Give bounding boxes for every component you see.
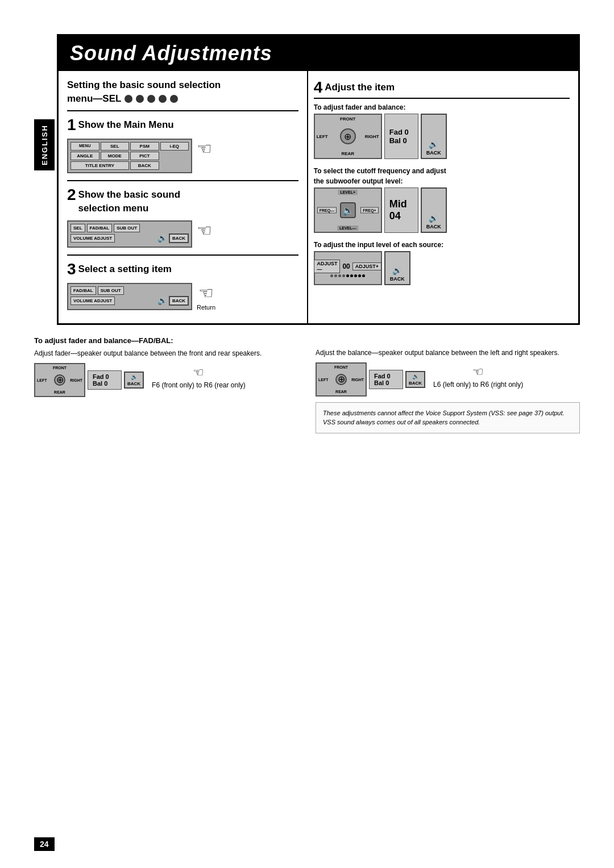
- mid-values: Mid 04: [384, 187, 418, 233]
- note-text: These adjustments cannot affect the Voic…: [323, 408, 572, 427]
- menu-btn-back1: BACK: [130, 161, 159, 170]
- menu-btn-psm: PSM: [130, 142, 159, 151]
- right-column: 4 Adjust the item To adjust fader and ba…: [308, 71, 578, 323]
- step2-label2: selection menu: [78, 203, 180, 214]
- dot-indicator-9: [362, 274, 365, 277]
- hand-icon-lower-right: ☜: [472, 365, 484, 379]
- sel-btn-sel: SEL: [70, 224, 85, 232]
- dot-indicator-4: [342, 274, 345, 277]
- demo-front: FRONT: [53, 366, 67, 370]
- step3-sub-out: SUB OUT: [98, 286, 124, 295]
- step2-number: 2: [67, 187, 76, 203]
- input-heading: To adjust the input level of each source…: [314, 241, 570, 249]
- step3-fad-bal: FAD/BAL: [70, 286, 96, 295]
- demo-right: RIGHT: [70, 378, 82, 382]
- demo-left: LEFT: [37, 378, 47, 382]
- hand-icon-step2: ☜: [197, 220, 212, 240]
- fad-value: Fad 0: [389, 128, 413, 136]
- spk-right-label: RIGHT: [365, 134, 379, 139]
- dot-indicator-6: [350, 274, 353, 277]
- fader-demo-diagram: FRONT REAR LEFT RIGHT ⊕: [34, 363, 85, 397]
- sel-btn-volume: VOLUME ADJUST: [70, 234, 115, 243]
- step1-heading: 1 Show the Main Menu: [67, 117, 298, 133]
- level-minus-label: LEVEL—: [337, 226, 359, 231]
- title-bar: Sound Adjustments: [59, 36, 578, 71]
- spk-rear-label: REAR: [341, 151, 354, 156]
- dot3: [147, 95, 155, 103]
- fader-section: To adjust fader and balance: FRONT REAR …: [314, 103, 570, 159]
- step2-heading: 2 Show the basic sound selection menu: [67, 187, 298, 215]
- demo-rear: REAR: [54, 390, 65, 394]
- hand-icon-step1: ☜: [197, 139, 212, 158]
- sub-back-btn[interactable]: 🔊 BACK: [421, 187, 447, 233]
- dot1: [125, 95, 132, 103]
- balance-demo-values: Fad 0 Bal 0: [369, 370, 403, 389]
- bal-value: Bal 0: [389, 136, 413, 145]
- language-label: ENGLISH: [34, 119, 55, 170]
- dot-indicator-8: [358, 274, 361, 277]
- left-column: Setting the basic sound selection menu—S…: [59, 71, 308, 323]
- menu-btn-sel: SEL: [101, 142, 130, 151]
- bdemo-right: RIGHT: [351, 377, 364, 381]
- step3-back: BACK: [169, 296, 189, 306]
- step1-label: Show the Main Menu: [78, 119, 174, 131]
- menu-btn-pict: PICT: [130, 152, 159, 160]
- step2-label1: Show the basic sound: [78, 189, 180, 201]
- input-back-btn[interactable]: 🔊 BACK: [384, 251, 410, 285]
- fader-demo-left: FRONT REAR LEFT RIGHT ⊕ Fad 0 Bal 0 🔊 BA…: [34, 363, 298, 397]
- fader-back-btn[interactable]: 🔊 BACK: [421, 114, 447, 159]
- menu-btn-ieq: i-EQ: [160, 142, 189, 151]
- selection-screen-step3: FAD/BAL SUB OUT VOLUME ADJUST 🔊 BACK: [67, 283, 192, 310]
- adj-minus-btn[interactable]: ADJUST—: [314, 260, 340, 273]
- sub-diagram: LEVEL+ LEVEL— FREQ— 🔈 FREQ+: [314, 187, 382, 233]
- sel-btn-fad-bal: FAD/BAL: [87, 224, 113, 232]
- adj-plus-btn[interactable]: ADJUST+: [352, 262, 381, 270]
- sel-btn-back2: BACK: [169, 233, 189, 243]
- subwoofer-section: To select the cutoff frequency and adjus…: [314, 167, 570, 233]
- fader-demo-right: FRONT REAR LEFT RIGHT ⊕ Fad 0 Bal 0 🔊 BA…: [316, 362, 580, 397]
- bdemo-back[interactable]: 🔊 BACK: [405, 371, 425, 388]
- note-box: These adjustments cannot affect the Voic…: [316, 402, 580, 433]
- section-heading: Setting the basic sound selection: [67, 80, 298, 91]
- demo-fad-val: Fad 0: [93, 373, 117, 380]
- menu-btn-menu: MENU: [70, 142, 99, 151]
- hand-icon-step3: ☜: [198, 283, 214, 303]
- balance-text: Adjust the balance—speaker output balanc…: [316, 348, 580, 358]
- bdemo-fad-val: Fad 0: [374, 373, 398, 379]
- step4-label: Adjust the item: [325, 82, 395, 93]
- selection-screen-step2: SEL FAD/BAL SUB OUT VOLUME ADJUST 🔊 BACK: [67, 220, 192, 248]
- sub-heading2: the subwoofer output level:: [314, 177, 570, 185]
- lower-left: To adjust fader and balance—FAD/BAL: Adj…: [34, 336, 304, 433]
- fad-bal-text: Adjust fader—speaker output balance betw…: [34, 348, 298, 358]
- dot-indicator-1: [330, 274, 333, 277]
- dot5: [170, 95, 178, 103]
- spk-left-label: LEFT: [317, 134, 328, 139]
- bdemo-front: FRONT: [334, 365, 348, 369]
- fad-bal-bold-label: To adjust fader and balance—FAD/BAL:: [34, 336, 298, 345]
- mid-val: 04: [389, 210, 413, 222]
- demo-center: ⊕: [54, 374, 65, 386]
- menu-btn-mode: MODE: [101, 152, 130, 160]
- adj-val: 00: [342, 262, 350, 270]
- freq-plus-btn[interactable]: FREQ+: [360, 207, 379, 214]
- step3-number: 3: [67, 261, 76, 277]
- l6-label: L6 (left only) to R6 (right only): [433, 379, 523, 390]
- page-number: 24: [34, 837, 55, 851]
- step1-number: 1: [67, 117, 76, 133]
- dot-indicator-5: [346, 274, 349, 277]
- page-title: Sound Adjustments: [70, 41, 272, 65]
- step4-heading: 4 Adjust the item: [314, 80, 570, 95]
- step3-heading: 3 Select a setting item: [67, 261, 298, 277]
- bdemo-bal-val: Bal 0: [374, 379, 398, 386]
- lower-section: To adjust fader and balance—FAD/BAL: Adj…: [34, 336, 580, 433]
- menu-sel-label: menu—SEL: [67, 93, 298, 105]
- dot2: [136, 95, 144, 103]
- step3-volume: VOLUME ADJUST: [70, 297, 115, 305]
- demo-back[interactable]: 🔊 BACK: [124, 372, 144, 389]
- level-plus-label: LEVEL+: [338, 190, 358, 195]
- bdemo-rear: REAR: [335, 390, 347, 394]
- bdemo-center: ⊕: [335, 374, 347, 385]
- sub-heading1: To select the cutoff frequency and adjus…: [314, 167, 570, 175]
- input-section: To adjust the input level of each source…: [314, 241, 570, 285]
- freq-minus-btn[interactable]: FREQ—: [317, 207, 337, 214]
